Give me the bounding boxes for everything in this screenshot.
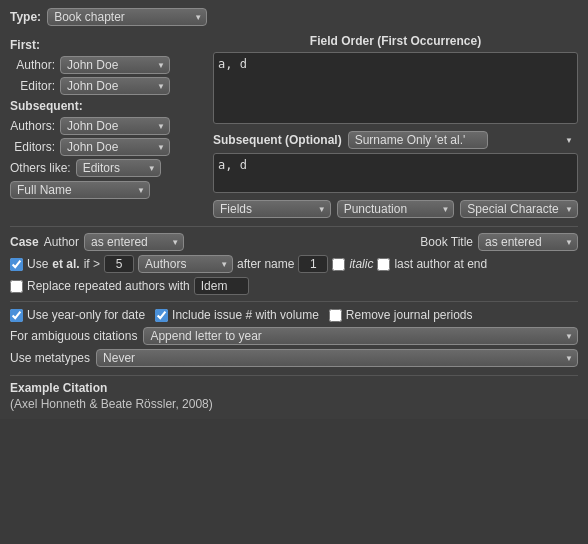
if-greater-label: if > [84,257,100,271]
metatypes-select-wrapper: Never [96,349,578,367]
others-like-row: Others like: Editors [10,159,205,177]
include-issue-label: Include issue # with volume [172,308,319,322]
replace-label: Replace repeated authors with [27,279,190,293]
replace-row: Replace repeated authors with [10,277,578,295]
right-column: Field Order (First Occurrence) a, d Subs… [213,34,578,218]
use-year-only-option: Use year-only for date [10,308,145,322]
after-name-label: after name [237,257,294,271]
authors-label: Authors: [10,119,60,133]
type-select-wrapper: Book chapter [47,8,207,26]
etal-text: et al. [52,257,79,271]
example-citation-text: (Axel Honneth & Beate Rössler, 2008) [10,397,578,411]
full-name-row: Full Name [10,181,205,199]
subsequent-optional-label: Subsequent (Optional) [213,133,342,147]
metatypes-select[interactable]: Never [96,349,578,367]
book-title-label: Book Title [420,235,473,249]
full-name-select-wrapper: Full Name [10,181,150,199]
subsequent-optional-row: Subsequent (Optional) Surname Only 'et a… [213,131,578,149]
italic-label: italic [349,257,373,271]
editor-select[interactable]: John Doe [60,77,170,95]
field-toolbar: Fields Punctuation Special Characters [213,200,578,218]
type-row: Type: Book chapter [10,8,578,26]
editor-select-wrapper: John Doe [60,77,170,95]
author-case-select-wrapper: as entered [84,233,184,251]
others-like-select[interactable]: Editors [76,159,161,177]
editors-select-wrapper: John Doe [60,138,170,156]
type-select[interactable]: Book chapter [47,8,207,26]
others-like-select-wrapper: Editors [76,159,161,177]
options-section: Use year-only for date Include issue # w… [10,301,578,367]
include-issue-checkbox[interactable] [155,309,168,322]
use-etal-label: Use [27,257,48,271]
editors-row: Editors: John Doe [10,138,205,156]
fields-select[interactable]: Fields [213,200,331,218]
authors-dropdown-wrapper: Authors [138,255,233,273]
left-column: First: Author: John Doe Editor: John Doe [10,34,205,218]
first-section-label: First: [10,38,205,52]
editor-row: Editor: John Doe [10,77,205,95]
replace-checkbox[interactable] [10,280,23,293]
authors-row: Authors: John Doe [10,117,205,135]
punctuation-select[interactable]: Punctuation [337,200,455,218]
etal-row: Use et al. if > Authors after name itali… [10,255,578,273]
author-case-select[interactable]: as entered [84,233,184,251]
case-right: Book Title as entered [420,233,578,251]
last-author-label: last author at end [394,257,487,271]
full-name-select[interactable]: Full Name [10,181,150,199]
editors-select[interactable]: John Doe [60,138,170,156]
remove-journal-label: Remove journal periods [346,308,473,322]
book-title-select-wrapper: as entered [478,233,578,251]
special-chars-select[interactable]: Special Characters [460,200,578,218]
ambiguous-row: For ambiguous citations Append letter to… [10,327,578,345]
authors-select-wrapper: John Doe [60,117,170,135]
field-order-textarea[interactable]: a, d [213,52,578,124]
subsequent-select-wrapper: Surname Only 'et al.' [348,131,578,149]
field-order-title: Field Order (First Occurrence) [213,34,578,48]
last-author-checkbox[interactable] [377,258,390,271]
example-section: Example Citation (Axel Honneth & Beate R… [10,375,578,411]
options-row-1: Use year-only for date Include issue # w… [10,308,578,322]
author-select-wrapper: John Doe [60,56,170,74]
case-field-row: Case Author as entered Book Title as ent… [10,233,578,251]
remove-journal-checkbox[interactable] [329,309,342,322]
after-name-input[interactable] [298,255,328,273]
subsequent-section-label: Subsequent: [10,99,205,113]
example-citation-title: Example Citation [10,381,578,395]
fields-select-wrapper: Fields [213,200,331,218]
etal-checkbox[interactable] [10,258,23,271]
remove-journal-option: Remove journal periods [329,308,473,322]
use-year-only-checkbox[interactable] [10,309,23,322]
use-year-only-label: Use year-only for date [27,308,145,322]
editor-label: Editor: [10,79,60,93]
main-container: Type: Book chapter First: Author: John D… [0,0,588,419]
case-title: Case [10,235,39,249]
ambiguous-label: For ambiguous citations [10,329,137,343]
special-chars-select-wrapper: Special Characters [460,200,578,218]
authors-dropdown[interactable]: Authors [138,255,233,273]
author-label: Author: [10,58,60,72]
include-issue-option: Include issue # with volume [155,308,319,322]
ambiguous-select[interactable]: Append letter to year [143,327,578,345]
author-row: Author: John Doe [10,56,205,74]
case-section: Case Author as entered Book Title as ent… [10,226,578,295]
type-label: Type: [10,10,41,24]
subsequent-select[interactable]: Surname Only 'et al.' [348,131,488,149]
metatypes-label: Use metatypes [10,351,90,365]
italic-checkbox[interactable] [332,258,345,271]
punctuation-select-wrapper: Punctuation [337,200,455,218]
book-title-select[interactable]: as entered [478,233,578,251]
subsequent-textarea[interactable]: a, d [213,153,578,193]
metatypes-row: Use metatypes Never [10,349,578,367]
idem-input[interactable] [194,277,249,295]
authors-select[interactable]: John Doe [60,117,170,135]
two-col-layout: First: Author: John Doe Editor: John Doe [10,34,578,218]
if-greater-input[interactable] [104,255,134,273]
case-left: Case Author as entered [10,233,184,251]
author-select[interactable]: John Doe [60,56,170,74]
author-case-label: Author [44,235,79,249]
ambiguous-select-wrapper: Append letter to year [143,327,578,345]
others-like-label: Others like: [10,161,71,175]
editors-label: Editors: [10,140,60,154]
